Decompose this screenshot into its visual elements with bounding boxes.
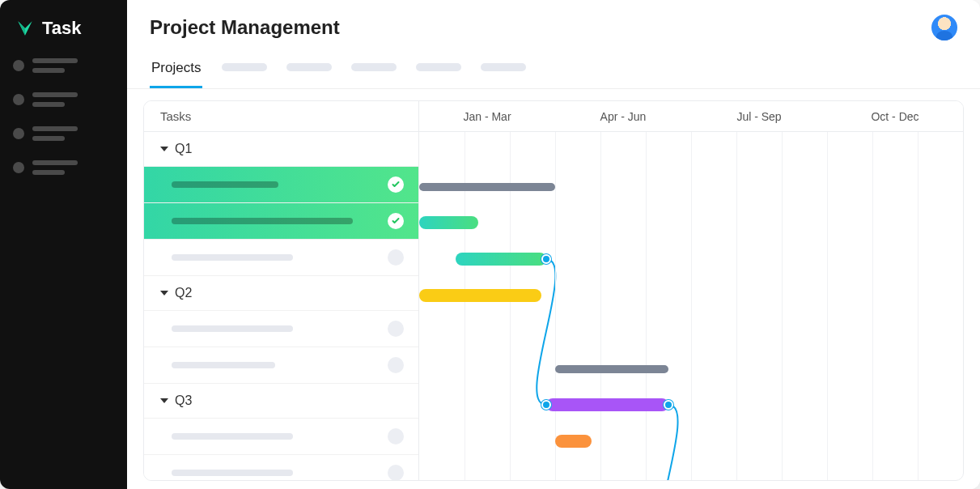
user-avatar[interactable] [931,15,957,40]
sidebar: Task [0,0,127,489]
nav-item[interactable] [13,126,114,141]
check-empty-icon [388,357,404,373]
nav-dot-icon [13,94,24,105]
link-dot-icon [541,400,551,410]
task-row[interactable] [144,311,418,347]
quarter-header: Jan - Mar [419,101,555,131]
main: Project Management Projects Tasks Jan - … [127,0,980,489]
group-row[interactable]: Q1 [144,132,418,167]
task-title-placeholder [172,325,293,332]
caret-down-icon [160,398,168,403]
task-bar[interactable] [419,216,478,229]
content: Tasks Jan - Mar Apr - Jun Jul - Sep Oct … [127,89,980,489]
check-empty-icon [388,249,404,266]
logo-icon [15,18,36,39]
gantt-header: Tasks Jan - Mar Apr - Jun Jul - Sep Oct … [144,101,963,132]
nav-item[interactable] [13,160,114,175]
tabs: Projects [127,47,980,89]
caret-down-icon [160,291,168,296]
task-bar[interactable] [419,289,541,302]
nav-item[interactable] [13,58,114,73]
gantt-body: Q1 Q2 Q3 [144,132,963,481]
check-empty-icon [388,465,404,481]
gantt-chart: Tasks Jan - Mar Apr - Jun Jul - Sep Oct … [143,100,964,481]
task-title-placeholder [172,254,293,261]
summary-bar[interactable] [419,183,555,191]
check-empty-icon [388,428,404,444]
quarter-header: Oct - Dec [827,101,963,131]
tab-placeholder[interactable] [351,63,397,71]
quarter-header: Apr - Jun [555,101,691,131]
brand-name: Task [42,18,82,39]
check-done-icon [388,213,404,229]
tab-placeholder[interactable] [222,63,267,71]
brand: Task [0,10,127,53]
caret-down-icon [160,147,168,151]
task-title-placeholder [172,433,293,440]
task-row[interactable] [144,203,418,240]
timeline [419,132,963,481]
task-title-placeholder [172,181,278,188]
task-row[interactable] [144,455,418,481]
page-title: Project Management [150,16,340,39]
task-bar[interactable] [555,435,592,448]
group-label: Q3 [175,393,192,408]
quarter-header: Jul - Sep [691,101,827,131]
task-bar[interactable] [546,398,668,411]
task-title-placeholder [172,218,353,224]
task-list: Q1 Q2 Q3 [144,132,419,481]
group-row[interactable]: Q3 [144,384,418,419]
task-bar[interactable] [456,253,546,266]
timeline-header: Jan - Mar Apr - Jun Jul - Sep Oct - Dec [419,101,963,131]
tab-projects[interactable]: Projects [150,53,202,88]
tasks-column-header: Tasks [144,101,419,131]
link-dot-icon [664,400,673,410]
app-window: Task Project Management Projects Tasks [0,0,980,489]
nav-dot-icon [13,162,24,173]
group-label: Q2 [175,286,192,300]
link-dot-icon [541,254,551,264]
task-row[interactable] [144,347,418,384]
task-row[interactable] [144,167,418,203]
tab-placeholder[interactable] [286,63,332,71]
tab-placeholder[interactable] [481,63,526,71]
check-empty-icon [388,321,404,337]
check-done-icon [388,176,404,193]
header: Project Management [127,0,980,47]
task-row[interactable] [144,419,418,455]
task-title-placeholder [172,362,275,368]
task-row[interactable] [144,240,418,276]
nav-dot-icon [13,60,24,71]
summary-bar[interactable] [555,365,668,373]
task-title-placeholder [172,470,293,476]
tab-placeholder[interactable] [416,63,461,71]
nav-dot-icon [13,128,24,139]
group-label: Q1 [175,142,192,156]
nav-item[interactable] [13,92,114,107]
nav-items [0,53,127,199]
group-row[interactable]: Q2 [144,276,418,311]
